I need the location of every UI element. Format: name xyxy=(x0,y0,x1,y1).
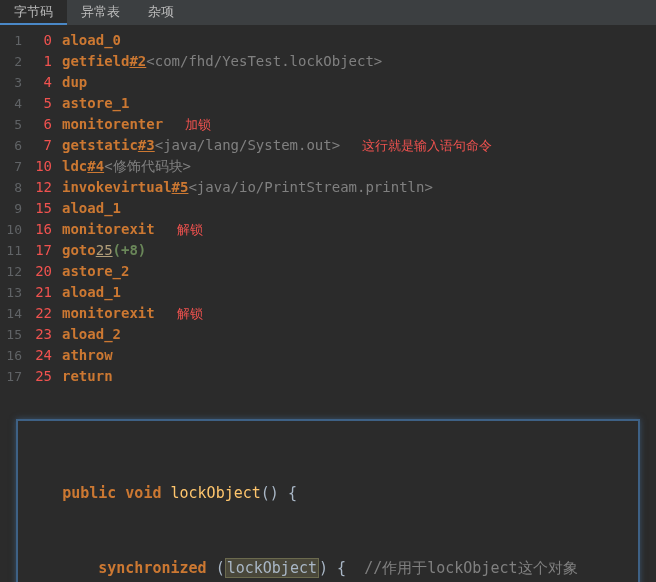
keyword-synchronized: synchronized xyxy=(98,559,206,577)
annotation: 解锁 xyxy=(177,219,203,240)
relative-jump: (+8) xyxy=(113,240,147,261)
line-number: 13 xyxy=(2,282,26,303)
keyword-public: public xyxy=(62,484,116,502)
bytecode-row[interactable]: 6 7getstatic #3 <java/lang/System.out>这行… xyxy=(0,135,656,156)
constpool-ref[interactable]: #5 xyxy=(172,177,189,198)
bytecode-row[interactable]: 16 24athrow xyxy=(0,345,656,366)
offset: 16 xyxy=(26,219,54,240)
indent xyxy=(62,559,98,577)
bytecode-row[interactable]: 3 4dup xyxy=(0,72,656,93)
offset: 10 xyxy=(26,156,54,177)
bytecode-row[interactable]: 12 20astore_2 xyxy=(0,261,656,282)
opcode: aload_1 xyxy=(62,198,121,219)
offset: 17 xyxy=(26,240,54,261)
line-number: 4 xyxy=(2,93,26,114)
offset: 15 xyxy=(26,198,54,219)
line-number: 1 xyxy=(2,30,26,51)
line-number: 14 xyxy=(2,303,26,324)
opcode: aload_2 xyxy=(62,324,121,345)
tab-bytecode[interactable]: 字节码 xyxy=(0,0,67,25)
line-number: 6 xyxy=(2,135,26,156)
target-offset[interactable]: 25 xyxy=(96,240,113,261)
line-number: 17 xyxy=(2,366,26,387)
line-number: 8 xyxy=(2,177,26,198)
line-number: 12 xyxy=(2,261,26,282)
bytecode-row[interactable]: 11 17goto 25 (+8) xyxy=(0,240,656,261)
line-number: 10 xyxy=(2,219,26,240)
symbol-comment: <java/io/PrintStream.println> xyxy=(188,177,432,198)
method-name: lockObject xyxy=(171,484,261,502)
source-line: public void lockObject() { xyxy=(26,481,630,506)
source-line: synchronized (lockObject) { //作用于lockObj… xyxy=(26,556,630,581)
annotation: 这行就是输入语句命令 xyxy=(362,135,492,156)
opcode: dup xyxy=(62,72,87,93)
offset: 1 xyxy=(26,51,54,72)
indent xyxy=(26,559,62,577)
offset: 22 xyxy=(26,303,54,324)
paren-open: ( xyxy=(216,559,225,577)
opcode: getfield xyxy=(62,51,129,72)
line-number: 9 xyxy=(2,198,26,219)
keyword-void: void xyxy=(125,484,161,502)
bytecode-row[interactable]: 2 1getfield #2 <com/fhd/YesTest.lockObje… xyxy=(0,51,656,72)
brace-open: { xyxy=(337,559,346,577)
opcode: goto xyxy=(62,240,96,261)
opcode: monitorexit xyxy=(62,219,155,240)
bytecode-row[interactable]: 13 21aload_1 xyxy=(0,282,656,303)
offset: 23 xyxy=(26,324,54,345)
offset: 24 xyxy=(26,345,54,366)
brace-open: { xyxy=(288,484,297,502)
line-number: 7 xyxy=(2,156,26,177)
constpool-ref[interactable]: #2 xyxy=(129,51,146,72)
offset: 0 xyxy=(26,30,54,51)
opcode: aload_0 xyxy=(62,30,121,51)
offset: 25 xyxy=(26,366,54,387)
opcode: ldc xyxy=(62,156,87,177)
bytecode-row[interactable]: 14 22monitorexit解锁 xyxy=(0,303,656,324)
bytecode-row[interactable]: 7 10ldc #4 <修饰代码块> xyxy=(0,156,656,177)
symbol-comment: <修饰代码块> xyxy=(104,156,191,177)
indent xyxy=(26,484,62,502)
tab-exceptions[interactable]: 异常表 xyxy=(67,0,134,25)
tab-misc[interactable]: 杂项 xyxy=(134,0,188,25)
tabs-bar: 字节码 异常表 杂项 xyxy=(0,0,656,26)
opcode: astore_2 xyxy=(62,261,129,282)
bytecode-row[interactable]: 15 23aload_2 xyxy=(0,324,656,345)
constpool-ref[interactable]: #4 xyxy=(87,156,104,177)
line-comment: //作用于lockObject这个对象 xyxy=(364,559,577,577)
line-number: 3 xyxy=(2,72,26,93)
symbol-comment: <java/lang/System.out> xyxy=(155,135,340,156)
opcode: monitorexit xyxy=(62,303,155,324)
line-number: 16 xyxy=(2,345,26,366)
opcode: getstatic xyxy=(62,135,138,156)
opcode: aload_1 xyxy=(62,282,121,303)
line-number: 2 xyxy=(2,51,26,72)
opcode: astore_1 xyxy=(62,93,129,114)
offset: 5 xyxy=(26,93,54,114)
bytecode-row[interactable]: 17 25return xyxy=(0,366,656,387)
line-number: 11 xyxy=(2,240,26,261)
bytecode-listing: 1 0aload_02 1getfield #2 <com/fhd/YesTes… xyxy=(0,26,656,399)
bytecode-row[interactable]: 4 5astore_1 xyxy=(0,93,656,114)
opcode: return xyxy=(62,366,113,387)
offset: 4 xyxy=(26,72,54,93)
paren-close: ) xyxy=(319,559,328,577)
offset: 12 xyxy=(26,177,54,198)
offset: 21 xyxy=(26,282,54,303)
bytecode-row[interactable]: 10 16monitorexit解锁 xyxy=(0,219,656,240)
opcode: invokevirtual xyxy=(62,177,172,198)
line-number: 5 xyxy=(2,114,26,135)
offset: 7 xyxy=(26,135,54,156)
symbol-comment: <com/fhd/YesTest.lockObject> xyxy=(146,51,382,72)
offset: 20 xyxy=(26,261,54,282)
constpool-ref[interactable]: #3 xyxy=(138,135,155,156)
annotation: 加锁 xyxy=(185,114,211,135)
opcode: athrow xyxy=(62,345,113,366)
opcode: monitorenter xyxy=(62,114,163,135)
bytecode-row[interactable]: 5 6monitorenter加锁 xyxy=(0,114,656,135)
line-number: 15 xyxy=(2,324,26,345)
bytecode-row[interactable]: 1 0aload_0 xyxy=(0,30,656,51)
parens: () xyxy=(261,484,279,502)
bytecode-row[interactable]: 8 12invokevirtual #5 <java/io/PrintStrea… xyxy=(0,177,656,198)
bytecode-row[interactable]: 9 15aload_1 xyxy=(0,198,656,219)
